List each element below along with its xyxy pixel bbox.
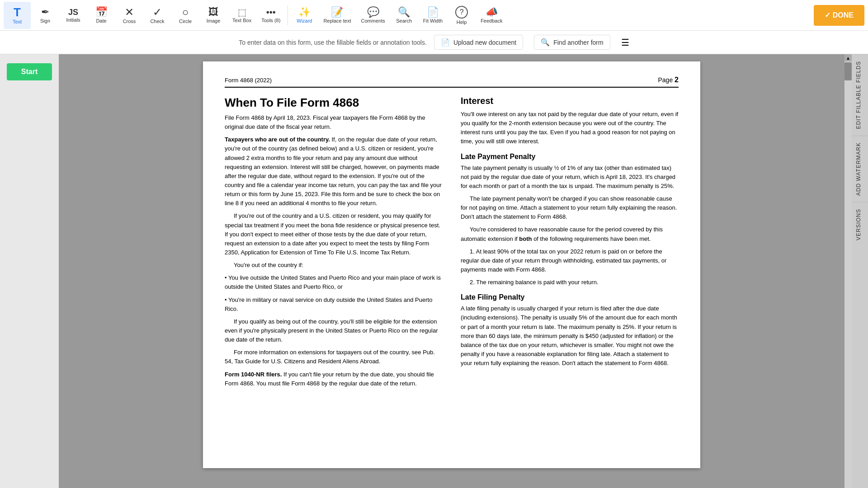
scrollbar[interactable]: ▲	[844, 54, 852, 488]
form-name: Form 4868 (2022)	[225, 77, 272, 84]
tool-initials-label: Initials	[66, 17, 80, 23]
tool-search[interactable]: 🔍 Search	[391, 2, 418, 29]
find-label: Find another form	[553, 39, 604, 46]
toolbar: T Text ✒ Sign JS Initials 📅 Date ✕ Cross…	[0, 0, 868, 31]
late-filing-text: A late filing penalty is usually charged…	[461, 304, 679, 368]
comments-icon: 💬	[367, 7, 379, 17]
late-payment-para-0: The late payment penalty is usually ½ of…	[461, 164, 679, 191]
versions-tab[interactable]: VERSIONS	[852, 202, 868, 247]
left-para-0: File Form 4868 by April 18, 2023. Fiscal…	[225, 113, 443, 131]
scroll-up-button[interactable]: ▲	[844, 54, 852, 61]
left-para-1: Taxpayers who are out of the country. If…	[225, 135, 443, 208]
tool-help[interactable]: ? Help	[448, 2, 475, 29]
search-icon: 🔍	[398, 7, 410, 17]
sign-icon: ✒	[41, 7, 49, 17]
help-icon: ?	[455, 6, 468, 19]
left-title: When To File Form 4868	[225, 96, 443, 110]
late-payment-para-4: 2. The remaining balance is paid with yo…	[461, 278, 679, 287]
interest-text: You'll owe interest on any tax not paid …	[461, 110, 679, 146]
document-page: Form 4868 (2022) Page 2 When To File For…	[203, 61, 700, 468]
tool-date-label: Date	[96, 18, 106, 23]
page-header: Form 4868 (2022) Page 2	[225, 76, 679, 88]
left-sidebar: Start	[0, 54, 59, 488]
interest-title: Interest	[461, 96, 679, 106]
right-sidebar: EDIT FILLABLE FIELDS ADD WATERMARK VERSI…	[852, 54, 868, 488]
left-para-8: Form 1040-NR filers. If you can't file y…	[225, 370, 443, 388]
replace-icon: 📝	[331, 7, 343, 17]
tool-feedback-label: Feedback	[481, 18, 502, 23]
image-icon: 🖼	[208, 7, 218, 17]
left-para-4: • You live outside the United States and…	[225, 273, 443, 291]
tool-sign[interactable]: ✒ Sign	[32, 2, 59, 29]
add-watermark-tab[interactable]: ADD WATERMARK	[852, 136, 868, 202]
late-payment-title: Late Payment Penalty	[461, 153, 679, 161]
fitwidth-icon: 📄	[427, 7, 439, 17]
infobar-message: To enter data on this form, use the fill…	[239, 39, 427, 46]
tool-search-label: Search	[396, 18, 412, 23]
find-another-form-button[interactable]: 🔍 Find another form	[534, 35, 610, 50]
date-icon: 📅	[95, 7, 108, 17]
page-number: Page 2	[658, 76, 679, 84]
tool-sign-label: Sign	[40, 18, 50, 23]
left-para-5: • You're in military or naval service on…	[225, 296, 443, 314]
done-button[interactable]: ✓ DONE	[814, 5, 864, 26]
tool-feedback[interactable]: 📣 Feedback	[476, 2, 507, 29]
left-para-3: You're out of the country if:	[225, 261, 443, 270]
tool-circle[interactable]: ○ Circle	[172, 2, 199, 29]
tool-replace-label: Replace text	[323, 18, 351, 23]
text-icon: T	[14, 6, 21, 18]
check-icon: ✓	[153, 7, 162, 18]
find-icon: 🔍	[541, 38, 550, 47]
tool-help-label: Help	[457, 19, 467, 25]
textbox-icon: ⬚	[238, 8, 246, 17]
tool-comments[interactable]: 💬 Comments	[357, 2, 390, 29]
infobar: To enter data on this form, use the fill…	[0, 31, 868, 54]
edit-fillable-tab[interactable]: EDIT FILLABLE FIELDS	[852, 54, 868, 136]
toolbar-divider-1	[288, 5, 288, 25]
start-button[interactable]: Start	[7, 63, 52, 80]
tool-image-label: Image	[207, 18, 221, 23]
tool-textbox-label: Text Box	[232, 18, 251, 23]
upload-document-button[interactable]: 📄 Upload new document	[434, 35, 523, 50]
left-para-6: If you qualify as being out of the count…	[225, 317, 443, 344]
feedback-icon: 📣	[486, 7, 498, 17]
upload-label: Upload new document	[453, 39, 516, 46]
tool-textbox[interactable]: ⬚ Text Box	[228, 2, 256, 29]
tool-wizard-label: Wizard	[297, 18, 312, 23]
initials-icon: JS	[68, 8, 78, 16]
tool-cross-label: Cross	[123, 19, 136, 24]
tool-tools[interactable]: ••• Tools (8)	[257, 2, 285, 29]
tool-text[interactable]: T Text	[4, 2, 31, 29]
tool-date[interactable]: 📅 Date	[88, 2, 115, 29]
tool-cross[interactable]: ✕ Cross	[116, 2, 143, 29]
tools-icon: •••	[266, 8, 276, 17]
late-payment-para-1: The late payment penalty won't be charge…	[461, 194, 679, 221]
document-area[interactable]: Form 4868 (2022) Page 2 When To File For…	[59, 54, 844, 488]
tool-wizard[interactable]: ✨ Wizard	[291, 2, 318, 29]
upload-icon: 📄	[441, 38, 450, 47]
tool-text-label: Text	[13, 19, 22, 24]
left-column: When To File Form 4868 File Form 4868 by…	[225, 96, 443, 392]
late-filing-title: Late Filing Penalty	[461, 293, 679, 301]
main-area: Start Form 4868 (2022) Page 2 When To Fi…	[0, 54, 868, 488]
scroll-thumb[interactable]	[844, 62, 852, 80]
tool-image[interactable]: 🖼 Image	[200, 2, 227, 29]
tool-circle-label: Circle	[179, 19, 192, 24]
tool-fitwidth[interactable]: 📄 Fit Width	[419, 2, 447, 29]
tool-check-label: Check	[150, 19, 164, 24]
tool-initials[interactable]: JS Initials	[60, 2, 87, 29]
tool-fitwidth-label: Fit Width	[423, 18, 443, 23]
menu-button[interactable]: ☰	[621, 37, 629, 48]
tool-comments-label: Comments	[361, 18, 385, 23]
tool-replace[interactable]: 📝 Replace text	[319, 2, 355, 29]
tool-tools-label: Tools (8)	[261, 18, 280, 23]
left-para-7: For more information on extensions for t…	[225, 348, 443, 366]
cross-icon: ✕	[125, 7, 134, 18]
right-column: Interest You'll owe interest on any tax …	[461, 96, 679, 392]
wizard-icon: ✨	[298, 7, 311, 17]
tool-check[interactable]: ✓ Check	[144, 2, 171, 29]
late-payment-para-2: You're considered to have reasonable cau…	[461, 225, 679, 243]
circle-icon: ○	[182, 7, 189, 18]
late-payment-para-3: 1. At least 90% of the total tax on your…	[461, 247, 679, 274]
document-content: When To File Form 4868 File Form 4868 by…	[225, 96, 679, 392]
